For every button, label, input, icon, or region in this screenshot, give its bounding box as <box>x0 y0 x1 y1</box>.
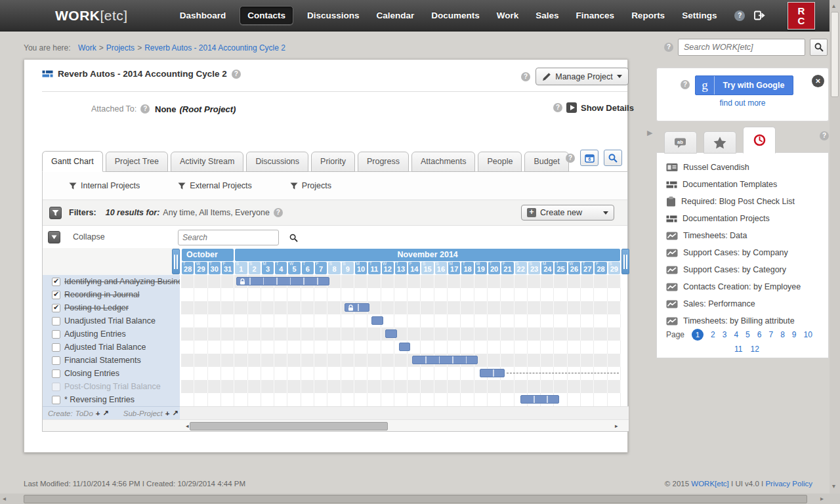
open-subproject-icon[interactable]: ↗ <box>173 409 178 417</box>
user-avatar-badge[interactable]: R C <box>788 2 815 30</box>
tab-discussions[interactable]: Discussions <box>246 152 308 172</box>
tab-progress[interactable]: Progress <box>358 152 409 172</box>
task-checkbox[interactable] <box>52 304 60 312</box>
global-search-button[interactable] <box>810 39 828 56</box>
day-cell-14[interactable]: 14F <box>408 262 420 274</box>
help-icon[interactable] <box>734 10 745 21</box>
gantt-bar-reversing-entries[interactable] <box>520 395 559 404</box>
sidebar-item-support-cases-by-category[interactable]: Support Cases: by Category <box>657 261 828 278</box>
gantt-search-input[interactable] <box>178 233 289 242</box>
show-details[interactable]: Show Details <box>553 102 634 113</box>
vertical-scrollbar[interactable]: ▴ ▾ <box>830 0 840 494</box>
global-search-input[interactable] <box>678 39 805 56</box>
task-checkbox[interactable] <box>52 383 60 391</box>
ad-help-icon[interactable] <box>681 80 690 89</box>
collapse-button[interactable] <box>48 231 60 243</box>
gantt-left-drag-handle[interactable] <box>172 249 180 274</box>
close-icon[interactable]: ✕ <box>812 75 824 87</box>
page-3[interactable]: 3 <box>723 330 727 339</box>
day-cell-15[interactable]: 15S <box>421 262 433 274</box>
gantt-scroll-right-arrow[interactable]: ▸ <box>615 423 618 429</box>
task-label[interactable]: Post-Closing Trial Balance <box>64 382 161 391</box>
scroll-right-arrow[interactable]: ▸ <box>820 495 824 502</box>
sidebar-help-icon[interactable] <box>820 131 829 140</box>
nav-item-documents[interactable]: Documents <box>431 10 480 20</box>
task-checkbox[interactable] <box>52 278 60 286</box>
task-checkbox[interactable] <box>52 356 60 365</box>
nav-item-dashboard[interactable]: Dashboard <box>180 10 226 20</box>
page-5[interactable]: 5 <box>746 330 750 339</box>
vertical-scroll-thumb[interactable] <box>831 12 839 97</box>
gantt-bar-identifying-and-analyzing-busines[interactable] <box>236 277 329 285</box>
breadcrumb-link-work[interactable]: Work <box>78 43 96 52</box>
logout-icon[interactable] <box>754 10 765 20</box>
tab-priority[interactable]: Priority <box>311 152 355 172</box>
day-cell-28[interactable]: 28F <box>595 262 606 274</box>
tabs-help-icon[interactable] <box>566 154 575 163</box>
filters-help-icon[interactable] <box>274 208 283 217</box>
task-label[interactable]: Recording in Journal <box>64 290 140 299</box>
gantt-scroll-left-arrow[interactable]: ◂ <box>186 423 189 429</box>
task-checkbox[interactable] <box>52 396 60 404</box>
day-cell-2[interactable]: 2S <box>249 262 261 274</box>
day-cell-3[interactable]: 3M <box>262 262 274 274</box>
search-help-icon[interactable] <box>664 43 673 52</box>
sidebar-tab-star[interactable] <box>704 131 736 154</box>
sidebar-item-contacts-creation-by-employee[interactable]: Contacts Creation: by Employee <box>657 278 828 295</box>
try-with-google-button[interactable]: g Try with Google <box>695 75 793 95</box>
day-cell-27[interactable]: 27T <box>581 262 593 274</box>
day-cell-13[interactable]: 13T <box>395 262 407 274</box>
gantt-bar-adjusting-entries[interactable] <box>385 329 397 338</box>
nav-item-reports[interactable]: Reports <box>631 10 665 20</box>
page-8[interactable]: 8 <box>780 330 785 339</box>
nav-item-finances[interactable]: Finances <box>576 10 615 20</box>
task-checkbox[interactable] <box>52 317 60 326</box>
scroll-up-arrow[interactable]: ▴ <box>832 2 835 9</box>
page-12[interactable]: 12 <box>750 345 759 354</box>
view-filter-internal-projects[interactable]: Internal Projects <box>69 181 140 190</box>
day-cell-4[interactable]: 4T <box>275 262 287 274</box>
day-cell-11[interactable]: 11T <box>368 262 380 274</box>
task-checkbox[interactable] <box>52 291 60 299</box>
scroll-down-arrow[interactable]: ▾ <box>832 482 835 490</box>
day-cell-31[interactable]: 31F <box>222 262 234 274</box>
task-label[interactable]: Unadjusted Trial Balance <box>64 316 156 326</box>
zoom-search-button[interactable] <box>604 150 622 166</box>
tab-activity-stream[interactable]: Activity Stream <box>171 152 243 172</box>
gantt-bar-posting-to-ledger[interactable] <box>345 303 369 312</box>
task-label[interactable]: Identifying and Analyzing Busines <box>64 277 180 286</box>
page-11[interactable]: 11 <box>734 345 742 354</box>
nav-item-contacts[interactable]: Contacts <box>240 6 293 25</box>
app-logo[interactable]: WORK[etc] <box>55 8 128 24</box>
day-cell-29[interactable]: 29W <box>195 262 207 274</box>
manage-project-button[interactable]: Manage Project <box>536 68 629 85</box>
day-cell-10[interactable]: 10M <box>355 262 367 274</box>
gantt-right-drag-handle[interactable] <box>621 249 629 274</box>
day-cell-22[interactable]: 22S <box>515 262 527 274</box>
sidebar-tab-clock[interactable] <box>743 127 776 154</box>
day-cell-12[interactable]: 12W <box>382 262 394 274</box>
sidebar-collapse-arrow[interactable]: ▶ <box>647 129 652 137</box>
view-filter-projects[interactable]: Projects <box>290 181 331 190</box>
nav-item-settings[interactable]: Settings <box>682 10 717 20</box>
task-checkbox[interactable] <box>52 330 60 339</box>
day-cell-7[interactable]: 7F <box>315 262 327 274</box>
day-cell-21[interactable]: 21F <box>501 262 513 274</box>
create-new-button[interactable]: + Create new <box>521 205 614 220</box>
horizontal-scrollbar[interactable]: ◂ ▸ <box>0 494 840 504</box>
sidebar-item-support-cases-by-company[interactable]: Support Cases: by Company <box>657 244 828 261</box>
breadcrumb-link-reverb-autos-2014-accounting-cycle-2[interactable]: Reverb Autos - 2014 Accounting Cycle 2 <box>144 43 285 52</box>
manage-help-icon[interactable] <box>521 72 530 81</box>
filter-funnel-button[interactable] <box>49 207 62 219</box>
find-out-more-link[interactable]: find out more <box>657 98 828 108</box>
nav-item-sales[interactable]: Sales <box>536 10 558 20</box>
sidebar-item-russel-cavendish[interactable]: Russel Cavendish <box>657 159 828 176</box>
day-cell-18[interactable]: 18T <box>461 262 473 274</box>
sidebar-item-sales-performance[interactable]: Sales: Performance <box>657 295 828 312</box>
add-todo-icon[interactable]: + <box>96 410 100 417</box>
day-cell-28[interactable]: 28T <box>182 262 194 274</box>
sidebar-item-documentation-templates[interactable]: Documentation Templates <box>657 176 828 193</box>
sidebar-item-documentation-projects[interactable]: Documentation Projects <box>657 210 828 227</box>
gantt-bar-closing-entries[interactable] <box>480 369 505 377</box>
day-cell-24[interactable]: 24M <box>541 262 553 274</box>
